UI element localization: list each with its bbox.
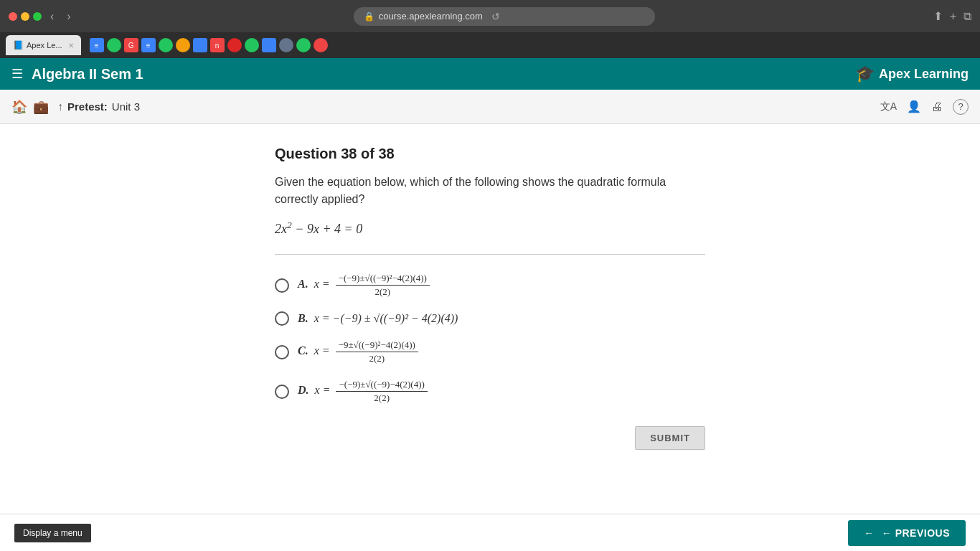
url-text: course.apexlearning.com: [379, 11, 483, 22]
apex-logo-header: 🎓 Apex Learning: [855, 65, 969, 83]
tab-close-icon[interactable]: ✕: [68, 42, 74, 50]
tab-bar: 📘 Apex Le... ✕ ≡ G ≡ n: [0, 32, 980, 58]
toolbar-right: 文A 👤 🖨 ?: [880, 99, 969, 115]
tab-3[interactable]: G: [124, 38, 138, 52]
tab-2[interactable]: [107, 38, 121, 52]
address-bar-wrap: 🔒 course.apexlearning.com ↺: [81, 7, 928, 26]
browser-controls: ‹ ›: [9, 9, 75, 24]
question-header: Question 38 of 38: [275, 146, 705, 162]
hamburger-menu-icon[interactable]: ☰: [11, 66, 23, 82]
breadcrumb-arrow-icon: ↑: [57, 100, 63, 113]
question-text: Given the equation below, which of the f…: [275, 174, 705, 208]
choice-c-denominator: 2(2): [366, 352, 387, 365]
choice-c-fraction: −9±√((−9)²−4(2)(4)) 2(2): [336, 339, 418, 365]
prev-arrow-icon: ←: [864, 527, 875, 539]
tab-5[interactable]: [159, 38, 173, 52]
breadcrumb-text: Unit 3: [112, 100, 140, 113]
choice-a-content: A. x = −(−9)±√((−9)²−4(2)(4)) 2(2): [298, 272, 430, 298]
tab-6[interactable]: [176, 38, 190, 52]
choice-a-fraction: −(−9)±√((−9)²−4(2)(4)) 2(2): [336, 272, 430, 298]
home-icon[interactable]: 🏠: [11, 99, 27, 115]
choice-c-numerator: −9±√((−9)²−4(2)(4)): [336, 339, 418, 352]
share-icon[interactable]: ⬆: [933, 9, 943, 23]
answer-choices: A. x = −(−9)±√((−9)²−4(2)(4)) 2(2) B. x …: [275, 272, 705, 405]
tab-9[interactable]: [227, 38, 242, 52]
radio-d[interactable]: [275, 385, 289, 399]
answer-choice-d[interactable]: D. x = −(−9)±√((−9)−4(2)(4)) 2(2): [275, 378, 705, 405]
choice-b-content: B. x = −(−9) ± √((−9)² − 4(2)(4)): [298, 312, 458, 325]
choice-d-numerator: −(−9)±√((−9)−4(2)(4)): [336, 378, 427, 392]
breadcrumb-label: Pretest:: [67, 100, 108, 113]
answer-choice-c[interactable]: C. x = −9±√((−9)²−4(2)(4)) 2(2): [275, 339, 705, 365]
apex-logo-icon: 🎓: [855, 65, 875, 83]
radio-c[interactable]: [275, 345, 289, 359]
divider: [275, 254, 705, 255]
tab-11[interactable]: [262, 38, 276, 52]
app-header: ☰ Algebra II Sem 1 🎓 Apex Learning: [0, 58, 980, 90]
answer-choice-b[interactable]: B. x = −(−9) ± √((−9)² − 4(2)(4)): [275, 311, 705, 326]
window-controls: [9, 12, 42, 21]
prev-label: ← PREVIOUS: [882, 527, 950, 539]
app-header-left: ☰ Algebra II Sem 1: [11, 66, 143, 83]
tab-label: Apex Le...: [27, 41, 62, 50]
tab-4[interactable]: ≡: [141, 38, 156, 52]
equation-display: 2x2 − 9x + 4 = 0: [275, 220, 705, 237]
tab-7[interactable]: [193, 38, 207, 52]
toolbar-left: 🏠 💼 ↑ Pretest: Unit 3: [11, 99, 140, 115]
choice-d-denominator: 2(2): [371, 392, 392, 405]
tab-12[interactable]: [279, 38, 293, 52]
question-container: Question 38 of 38 Given the equation bel…: [275, 146, 705, 464]
choice-d-content: D. x = −(−9)±√((−9)−4(2)(4)) 2(2): [298, 378, 428, 405]
briefcase-icon[interactable]: 💼: [33, 99, 49, 115]
bookmark-tab[interactable]: ≡: [90, 38, 104, 52]
equation-math: 2x2 − 9x + 4 = 0: [275, 222, 362, 236]
app-title: Algebra II Sem 1: [32, 66, 143, 83]
tabs-icon[interactable]: ⧉: [963, 10, 971, 23]
help-icon[interactable]: ?: [953, 99, 969, 115]
previous-button[interactable]: ← ← PREVIOUS: [848, 520, 966, 546]
display-menu-button[interactable]: Display a menu: [14, 524, 91, 542]
browser-chrome: ‹ › 🔒 course.apexlearning.com ↺ ⬆ + ⧉: [0, 0, 980, 32]
print-icon[interactable]: 🖨: [931, 100, 943, 113]
tab-13[interactable]: [296, 38, 311, 52]
submit-button[interactable]: SUBMIT: [635, 426, 705, 450]
active-tab[interactable]: 📘 Apex Le... ✕: [6, 35, 81, 55]
forward-button[interactable]: ›: [62, 9, 75, 24]
radio-a[interactable]: [275, 278, 289, 293]
toolbar-icons: 🏠 💼: [11, 99, 49, 115]
tab-14[interactable]: [314, 38, 328, 52]
choice-a-denominator: 2(2): [372, 286, 393, 298]
lock-icon: 🔒: [364, 11, 374, 22]
breadcrumb-section: ↑ Pretest: Unit 3: [57, 100, 140, 113]
radio-b[interactable]: [275, 311, 289, 326]
choice-d-label: D.: [298, 384, 309, 396]
tab-favicon: 📘: [13, 40, 24, 50]
choice-b-label: B.: [298, 312, 308, 324]
address-bar[interactable]: 🔒 course.apexlearning.com ↺: [354, 7, 655, 26]
apex-logo-text: Apex Learning: [879, 67, 969, 82]
answer-choice-a[interactable]: A. x = −(−9)±√((−9)²−4(2)(4)) 2(2): [275, 272, 705, 298]
refresh-icon[interactable]: ↺: [491, 11, 500, 22]
choice-d-fraction: −(−9)±√((−9)−4(2)(4)) 2(2): [336, 378, 427, 405]
submit-area: SUBMIT: [275, 426, 705, 450]
choice-a-numerator: −(−9)±√((−9)²−4(2)(4)): [336, 272, 430, 286]
accessibility-icon[interactable]: 👤: [907, 100, 921, 113]
translate-icon[interactable]: 文A: [880, 100, 897, 113]
back-button[interactable]: ‹: [46, 9, 58, 24]
new-tab-icon[interactable]: +: [950, 10, 956, 23]
browser-actions: ⬆ + ⧉: [933, 9, 971, 23]
content-area: Question 38 of 38 Given the equation bel…: [0, 124, 980, 514]
tab-10[interactable]: [245, 38, 259, 52]
choice-a-label: A.: [298, 278, 308, 290]
choice-c-content: C. x = −9±√((−9)²−4(2)(4)) 2(2): [298, 339, 418, 365]
tab-8[interactable]: n: [210, 38, 225, 52]
toolbar: 🏠 💼 ↑ Pretest: Unit 3 文A 👤 🖨 ?: [0, 90, 980, 124]
choice-c-label: C.: [298, 344, 308, 357]
footer: Display a menu ← ← PREVIOUS: [0, 514, 980, 551]
